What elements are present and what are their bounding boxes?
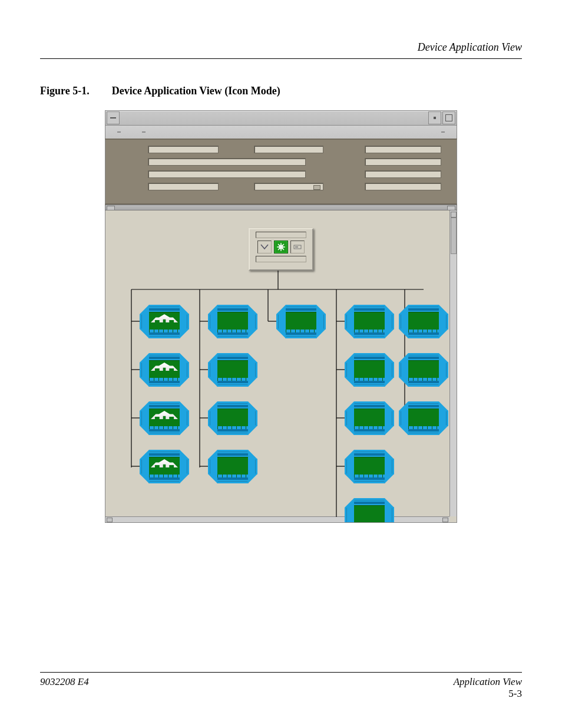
device-node[interactable] [208,353,257,387]
detail-icon[interactable] [290,241,305,253]
device-node[interactable] [345,498,394,523]
page-footer: 9032208 E4 Application View 5-3 [40,672,522,700]
page-header: Device Application View [40,41,522,59]
root-label-slot [256,232,306,238]
maximize-button[interactable] [442,111,455,124]
device-node[interactable] [276,305,326,338]
system-menu-icon[interactable] [107,111,120,124]
device-node[interactable] [208,305,257,338]
root-device-node[interactable] [249,228,313,271]
info-field[interactable] [148,158,306,166]
bridge-device-node[interactable] [140,450,189,483]
menu-item[interactable] [117,131,121,133]
device-node[interactable] [345,305,394,338]
menu-item[interactable] [441,131,445,133]
menu-item[interactable] [142,131,146,133]
svg-rect-29 [295,246,298,248]
info-panel [105,139,457,205]
status-ok-icon[interactable] [274,241,288,253]
info-field[interactable] [148,146,219,153]
info-field[interactable] [365,146,441,153]
page-number: 5-3 [508,688,522,699]
device-node[interactable] [399,305,448,338]
info-field[interactable] [365,170,441,178]
info-field[interactable] [148,170,306,178]
minimize-button[interactable] [428,111,441,124]
screenshot-window [105,110,457,532]
figure-label: Figure 5-1. [40,85,90,97]
horizontal-scrollbar[interactable] [105,516,449,522]
bridge-device-node[interactable] [140,305,189,338]
device-node[interactable] [399,401,448,435]
root-label-slot [256,256,306,262]
device-node[interactable] [345,450,394,483]
menubar[interactable] [105,126,457,139]
titlebar[interactable] [105,110,457,126]
device-node[interactable] [345,353,394,387]
section-title: Device Application View [418,41,522,53]
device-node[interactable] [345,401,394,435]
info-field[interactable] [148,183,219,190]
device-node[interactable] [208,450,257,483]
chevron-down-icon[interactable] [257,241,272,253]
topology-canvas[interactable] [105,210,457,523]
info-field[interactable] [365,158,441,166]
vertical-scrollbar[interactable] [449,210,457,516]
info-field[interactable] [254,146,323,153]
figure-caption: Figure 5-1.Device Application View (Icon… [40,85,522,97]
splitter-bar[interactable] [105,205,457,210]
bridge-device-node[interactable] [140,353,189,387]
doc-id: 9032208 E4 [40,676,89,700]
info-dropdown[interactable] [254,183,323,190]
info-field[interactable] [365,183,441,190]
footer-section: Application View [454,676,522,688]
figure-title: Device Application View (Icon Mode) [112,85,280,97]
device-node[interactable] [399,353,448,387]
device-node[interactable] [208,401,257,435]
bridge-device-node[interactable] [140,401,189,435]
